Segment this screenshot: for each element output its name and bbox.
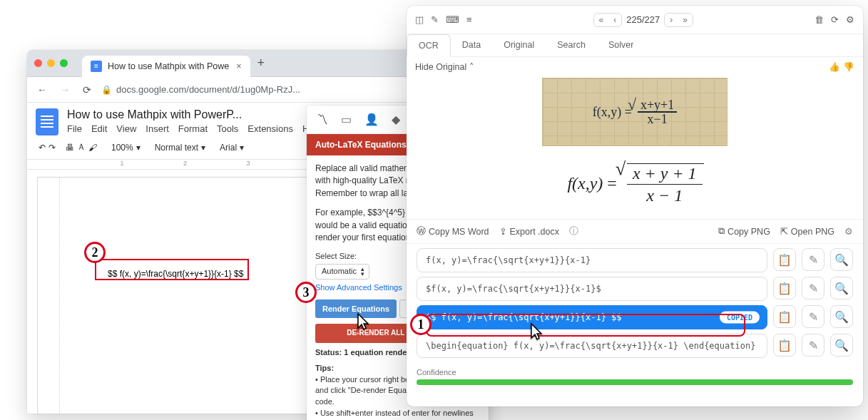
pager-next[interactable]: › — [665, 14, 678, 26]
docs-favicon-icon: ≡ — [91, 61, 102, 72]
window-zoom-dot[interactable] — [60, 59, 68, 67]
keyboard-icon[interactable]: ⌨ — [446, 14, 459, 25]
thumbs-down-icon[interactable]: 👎 — [843, 61, 854, 72]
tab-solver[interactable]: Solver — [597, 34, 645, 56]
rendered-formula: f(x,y) = x + y + 1 x − 1 — [407, 148, 863, 219]
size-select[interactable]: Automatic ▴▾ — [315, 264, 369, 280]
crop-icon[interactable]: ◫ — [415, 14, 424, 25]
window-close-dot[interactable] — [34, 59, 42, 67]
person-icon[interactable]: 👤 — [364, 113, 379, 126]
docs-logo-icon[interactable] — [36, 108, 58, 135]
latex-row-inline[interactable]: $f(x, y)=\frac{\sqrt{x+y+1}}{x-1}$ — [417, 277, 767, 301]
paint-format-icon[interactable]: 🖌 — [88, 143, 97, 153]
align-icon[interactable]: ≡ — [466, 14, 472, 25]
pager-count: 225/227 — [626, 14, 660, 25]
spellcheck-icon[interactable]: Ａ — [77, 141, 86, 153]
callout-3: 3 — [295, 282, 317, 303]
chevron-down-icon[interactable]: ▾ — [201, 143, 205, 153]
hide-original-toggle[interactable]: Hide Original ˄ — [415, 61, 474, 72]
original-image: f(x,y) = x+y+1x−1 — [407, 76, 863, 148]
nav-back-button[interactable]: ← — [34, 84, 50, 96]
latex-row-equation-env[interactable]: \begin{equation} f(x, y)=\frac{\sqrt{x+y… — [417, 334, 767, 358]
menu-file[interactable]: File — [67, 123, 82, 134]
tab-search[interactable]: Search — [546, 34, 597, 56]
edit-icon[interactable]: ✎ — [802, 277, 824, 299]
copy-msword-button[interactable]: ⓌCopy MS Word — [417, 225, 489, 237]
mathpix-tabs: OCR Data Original Search Solver — [407, 34, 863, 57]
thumbs-up-icon[interactable]: 👍 — [829, 61, 840, 72]
tip-2: • Use shift+enter instead of enter for n… — [315, 409, 474, 420]
menu-extensions[interactable]: Extensions — [247, 123, 293, 134]
tab-original[interactable]: Original — [492, 34, 546, 56]
analytics-icon[interactable]: 〽 — [317, 113, 328, 126]
new-tab-button[interactable]: + — [257, 56, 265, 71]
pager-first[interactable]: « — [594, 14, 609, 26]
zoom-value[interactable]: 100% — [111, 143, 133, 153]
cursor-on-render — [353, 312, 370, 334]
browser-tab[interactable]: ≡ How to use Mathpix with Powe × — [82, 56, 250, 77]
calendar-icon[interactable]: ▭ — [341, 113, 352, 126]
tab-ocr[interactable]: OCR — [407, 34, 451, 57]
export-docx-button[interactable]: ⇪Export .docx — [499, 226, 559, 237]
copy-clipboard-icon[interactable]: 📋 — [773, 248, 796, 271]
menu-format[interactable]: Format — [178, 123, 208, 134]
search-icon[interactable]: 🔍 — [830, 248, 853, 271]
callout-1: 1 — [410, 314, 432, 335]
gear-icon[interactable]: ⚙ — [846, 14, 854, 25]
edit-icon[interactable]: ✎ — [802, 248, 824, 271]
browser-tab-title: How to use Mathpix with Powe — [108, 61, 229, 71]
copy-clipboard-icon[interactable]: 📋 — [773, 334, 796, 357]
font-select[interactable]: Arial — [220, 143, 237, 153]
trash-icon[interactable]: 🗑 — [815, 14, 824, 25]
latex-row-plain[interactable]: f(x, y)=\frac{\sqrt{x+y+1}}{x-1} — [417, 248, 767, 272]
copy-clipboard-icon[interactable]: 📋 — [773, 305, 796, 328]
callout-2: 2 — [84, 242, 106, 263]
redo-icon[interactable]: ↷ — [48, 143, 56, 153]
sliders-icon[interactable]: ⚙ — [844, 226, 853, 237]
chevron-up-icon: ˄ — [469, 62, 474, 72]
info-icon[interactable]: ⓘ — [569, 225, 578, 237]
search-icon[interactable]: 🔍 — [830, 334, 853, 357]
maps-icon[interactable]: ◆ — [392, 113, 400, 126]
menu-edit[interactable]: Edit — [91, 123, 107, 134]
callout-1-box — [426, 314, 745, 337]
search-icon[interactable]: 🔍 — [830, 305, 853, 328]
search-icon[interactable]: 🔍 — [830, 277, 853, 299]
tips-title: Tips: — [315, 364, 334, 372]
copy-clipboard-icon[interactable]: 📋 — [773, 277, 796, 299]
refresh-icon[interactable]: ⟳ — [831, 14, 839, 25]
undo-icon[interactable]: ↶ — [39, 143, 46, 153]
nav-forward-button[interactable]: → — [57, 84, 73, 96]
close-tab-icon[interactable]: × — [236, 61, 241, 71]
print-icon[interactable]: 🖶 — [66, 143, 74, 153]
menu-tools[interactable]: Tools — [217, 123, 238, 134]
lock-icon: 🔒 — [101, 85, 112, 95]
confidence-section: Confidence — [407, 362, 863, 394]
mathpix-export-bar: ⓌCopy MS Word ⇪Export .docx ⓘ ⧉Copy PNG … — [407, 219, 863, 244]
tab-data[interactable]: Data — [451, 34, 492, 56]
stepper-icon: ▴▾ — [361, 267, 364, 277]
menu-insert[interactable]: Insert — [145, 123, 169, 134]
mathpix-panel: ◫ ✎ ⌨ ≡ «‹ 225/227 ›» 🗑 ⟳ ⚙ OCR Data Ori… — [407, 6, 863, 406]
callout-2-box — [95, 259, 249, 280]
edit-icon[interactable]: ✎ — [802, 305, 824, 328]
open-png-button[interactable]: ⇱Open PNG — [780, 226, 834, 237]
chevron-down-icon[interactable]: ▾ — [136, 143, 141, 153]
latex-output-rows: f(x, y)=\frac{\sqrt{x+y+1}}{x-1} 📋✎🔍 $f(… — [407, 244, 863, 358]
menu-view[interactable]: View — [116, 123, 136, 134]
window-minimize-dot[interactable] — [47, 59, 55, 67]
draw-icon[interactable]: ✎ — [431, 14, 439, 25]
nav-reload-button[interactable]: ⟳ — [80, 84, 94, 96]
chevron-down-icon[interactable]: ▾ — [240, 143, 244, 153]
copy-icon: ⧉ — [718, 226, 725, 237]
confidence-bar — [417, 379, 853, 385]
pager-prev[interactable]: ‹ — [608, 14, 621, 26]
style-select[interactable]: Normal text — [155, 143, 198, 153]
pager-last[interactable]: » — [678, 14, 693, 26]
mathpix-top-toolbar: ◫ ✎ ⌨ ≡ «‹ 225/227 ›» 🗑 ⟳ ⚙ — [407, 6, 863, 34]
cursor-on-latex-row — [526, 322, 543, 344]
edit-icon[interactable]: ✎ — [802, 334, 824, 357]
history-pager: «‹ 225/227 ›» — [593, 13, 693, 27]
copy-png-button[interactable]: ⧉Copy PNG — [718, 226, 770, 237]
address-url[interactable]: docs.google.com/document/d/1ug0Mp-RzJ... — [116, 84, 300, 95]
